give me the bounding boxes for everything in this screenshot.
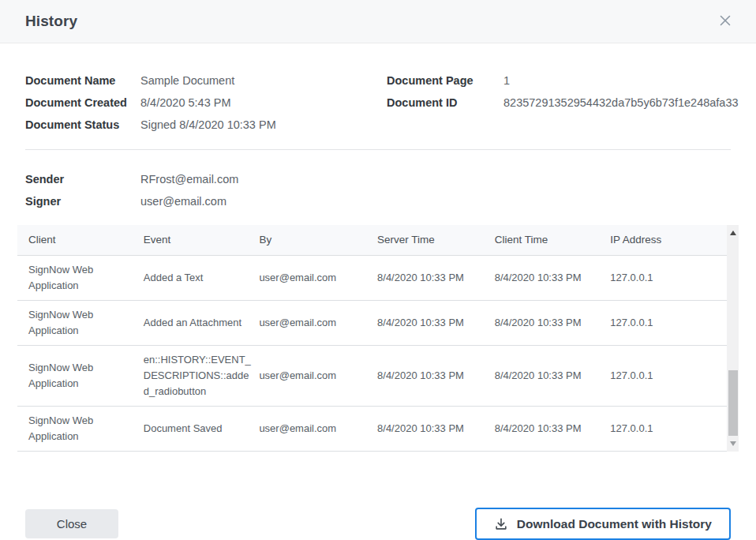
table-header-row: Client Event By Server Time Client Time … (17, 225, 727, 255)
cell-client-time: 8/4/2020 10:33 PM (495, 300, 611, 345)
detail-row-document-status: Document Status Signed 8/4/2020 10:33 PM (25, 117, 387, 133)
scrollbar-down-arrow-icon[interactable] (727, 438, 739, 450)
detail-row-document-page: Document Page 1 (387, 73, 739, 88)
cell-ip-address: 127.0.0.1 (610, 345, 727, 406)
table-row: SignNow Web Application Added a Text use… (17, 255, 727, 300)
column-header-event: Event (144, 225, 260, 255)
cell-client: SignNow Web Application (17, 255, 144, 300)
detail-label: Signer (25, 193, 140, 209)
cell-by: user@email.com (259, 255, 377, 300)
detail-row-sender: Sender RFrost@email.com (25, 171, 731, 187)
cell-event: Document Saved (144, 406, 260, 451)
detail-label: Document Name (25, 73, 140, 88)
cell-client-time: 8/4/2020 10:33 PM (495, 345, 611, 406)
cell-event: Added a Text (144, 255, 260, 300)
column-header-server-time: Server Time (377, 225, 495, 255)
history-table: Client Event By Server Time Client Time … (17, 225, 727, 452)
cell-client-time: 8/4/2020 10:33 PM (495, 406, 611, 451)
detail-label: Document Status (25, 117, 140, 133)
column-header-ip-address: IP Address (610, 225, 727, 255)
page-title: History (25, 13, 77, 30)
section-divider (25, 149, 731, 150)
cell-client-time: 8/4/2020 10:33 PM (495, 255, 611, 300)
cell-server-time: 8/4/2020 10:33 PM (377, 300, 495, 345)
column-header-client: Client (17, 225, 144, 255)
detail-row-document-created: Document Created 8/4/2020 5:43 PM (25, 95, 387, 111)
scrollbar-up-arrow-icon[interactable] (727, 227, 739, 238)
detail-value: RFrost@email.com (140, 171, 238, 187)
cell-ip-address: 127.0.0.1 (610, 255, 727, 300)
modal-header: History (0, 0, 756, 43)
close-icon (718, 13, 732, 30)
cell-event: Added an Attachment (144, 300, 260, 345)
cell-server-time: 8/4/2020 10:33 PM (377, 345, 495, 406)
column-header-by: By (259, 225, 377, 255)
table-scrollbar[interactable] (727, 225, 739, 452)
detail-row-signer: Signer user@email.com (25, 193, 731, 209)
cell-client: SignNow Web Application (17, 406, 144, 451)
detail-label: Sender (25, 171, 140, 187)
column-header-client-time: Client Time (495, 225, 611, 255)
cell-by: user@email.com (259, 345, 377, 406)
history-table-wrap: Client Event By Server Time Client Time … (17, 225, 739, 452)
close-modal-button[interactable]: Close (25, 509, 118, 538)
document-details-left: Document Name Sample Document Document C… (25, 73, 387, 133)
cell-server-time: 8/4/2020 10:33 PM (377, 406, 495, 451)
cell-client: SignNow Web Application (17, 345, 144, 406)
detail-label: Document Created (25, 95, 140, 111)
download-document-with-history-button[interactable]: Download Document with History (475, 508, 731, 540)
history-modal: History Document Name Sample Document Do… (0, 0, 756, 540)
modal-footer: Close Download Document with History (0, 508, 756, 540)
cell-event: en::HISTORY::EVENT_DESCRIPTIONS::added_r… (144, 345, 260, 406)
detail-value: 8/4/2020 5:43 PM (140, 95, 230, 111)
cell-by: user@email.com (259, 406, 377, 451)
detail-value: Signed 8/4/2020 10:33 PM (140, 117, 276, 133)
table-row: SignNow Web Application en::HISTORY::EVE… (17, 345, 727, 406)
table-row: SignNow Web Application Added an Attachm… (17, 300, 727, 345)
document-details-right: Document Page 1 Document ID 823572913529… (387, 73, 739, 133)
table-row: SignNow Web Application Document Saved u… (17, 406, 727, 451)
detail-label: Document Page (387, 73, 503, 88)
cell-client: SignNow Web Application (17, 300, 144, 345)
document-details: Document Name Sample Document Document C… (25, 73, 731, 133)
cell-by: user@email.com (259, 300, 377, 345)
detail-value: Sample Document (140, 73, 234, 88)
cell-ip-address: 127.0.0.1 (610, 300, 727, 345)
cell-ip-address: 127.0.0.1 (610, 406, 727, 451)
detail-value: user@email.com (140, 193, 226, 209)
detail-row-document-name: Document Name Sample Document (25, 73, 387, 88)
detail-value: 82357291352954432da7b5y6b73f1e248afa33 (503, 95, 739, 111)
download-button-label: Download Document with History (517, 517, 712, 531)
cell-server-time: 8/4/2020 10:33 PM (377, 255, 495, 300)
detail-row-document-id: Document ID 82357291352954432da7b5y6b73f… (387, 95, 739, 111)
modal-body: Document Name Sample Document Document C… (0, 43, 756, 462)
download-icon (494, 517, 508, 531)
detail-value: 1 (503, 73, 510, 88)
detail-label: Document ID (387, 95, 503, 111)
parties-section: Sender RFrost@email.com Signer user@emai… (25, 171, 731, 209)
scrollbar-thumb[interactable] (728, 370, 738, 436)
close-button[interactable] (715, 11, 735, 32)
